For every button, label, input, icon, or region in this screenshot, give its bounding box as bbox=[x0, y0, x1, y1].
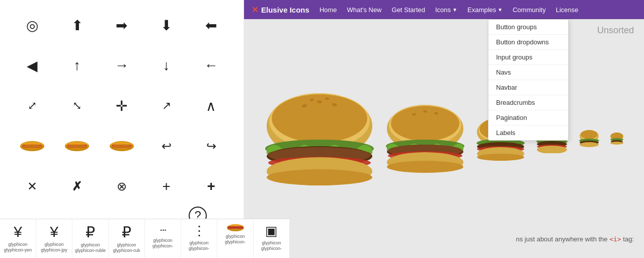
right-panel: ✕ Elusive Icons Home What's New Get Star… bbox=[244, 0, 644, 258]
svg-point-28 bbox=[267, 169, 372, 185]
dropdown-navbar[interactable]: Navbar bbox=[489, 80, 568, 95]
svg-point-61 bbox=[581, 130, 598, 139]
svg-point-69 bbox=[610, 142, 623, 145]
arrow-up-thin-icon[interactable]: ↑ bbox=[55, 45, 100, 86]
nav-examples[interactable]: Examples ▼ bbox=[467, 6, 503, 14]
dropdown-breadcrumbs[interactable]: Breadcrumbs bbox=[489, 95, 568, 110]
bottom-text-suffix: tag: bbox=[623, 235, 634, 243]
svg-point-33 bbox=[423, 110, 427, 113]
brand[interactable]: ✕ Elusive Icons bbox=[252, 5, 309, 15]
dropdown-pagination[interactable]: Pagination bbox=[489, 110, 568, 125]
icons-dropdown-arrow: ▼ bbox=[452, 7, 457, 13]
glyph-yen-item[interactable]: ¥ glyphicon glyphicon-yen bbox=[0, 219, 36, 258]
chevron-up-icon[interactable]: ∧ bbox=[189, 86, 233, 126]
nav-community[interactable]: Community bbox=[513, 6, 546, 14]
navbar: ✕ Elusive Icons Home What's New Get Star… bbox=[244, 0, 644, 19]
arrow-down-thin-icon[interactable]: ↓ bbox=[144, 45, 189, 86]
burger-showcase bbox=[244, 19, 644, 258]
nav-get-started[interactable]: Get Started bbox=[392, 6, 425, 14]
close-circle-icon[interactable]: ⊗ bbox=[100, 166, 144, 207]
close-thin-icon[interactable]: ✕ bbox=[10, 166, 55, 207]
bottom-text-prefix: ns just about anywhere with the bbox=[516, 235, 607, 243]
hotdog-1-icon[interactable] bbox=[10, 126, 55, 166]
arrow-right-filled-icon[interactable]: ➡ bbox=[100, 5, 144, 45]
dropdown-labels[interactable]: Labels bbox=[489, 125, 568, 140]
glyph-ruble-item[interactable]: ₽ glyphiconglyphicon-ruble bbox=[72, 219, 109, 258]
jpy-icon: ¥ bbox=[50, 223, 58, 240]
ruble-icon: ₽ bbox=[86, 223, 95, 241]
glyph-jpy-label: glyphiconglyphicon-jpy bbox=[41, 242, 67, 253]
svg-point-51 bbox=[477, 154, 524, 161]
brand-icon: ✕ bbox=[252, 5, 258, 15]
hotdog-glyph-icon bbox=[226, 223, 245, 232]
dropdown-button-dropdowns[interactable]: Button dropdowns bbox=[489, 35, 568, 50]
unsorted-label: Unsorted bbox=[597, 25, 634, 36]
glyph-dots-h-label: glyphiconglyphicon- bbox=[152, 238, 173, 249]
yen-icon: ¥ bbox=[14, 223, 22, 240]
glyph-square-item[interactable]: ▣ glyphiconglyphicon- bbox=[254, 219, 289, 258]
glyph-rub-label: glyphiconglyphicon-rub bbox=[113, 242, 140, 254]
arrow-right-thin-icon[interactable]: → bbox=[100, 45, 144, 86]
glyph-dots-h-item[interactable]: ··· glyphiconglyphicon- bbox=[145, 219, 181, 258]
move-icon[interactable]: ✛ bbox=[100, 86, 144, 126]
burger-micro bbox=[610, 133, 624, 145]
dots-h-icon: ··· bbox=[159, 223, 166, 236]
examples-dropdown-arrow: ▼ bbox=[498, 7, 503, 13]
hotdog-3-icon[interactable] bbox=[100, 126, 144, 166]
brand-name: Elusive Icons bbox=[261, 6, 309, 14]
glyph-jpy-item[interactable]: ¥ glyphiconglyphicon-jpy bbox=[36, 219, 72, 258]
circle-arrow-in-icon[interactable]: ↩ bbox=[144, 126, 189, 166]
arrow-up-filled-icon[interactable]: ⬆ bbox=[55, 5, 100, 45]
svg-rect-14 bbox=[228, 226, 243, 229]
plus-medium-icon[interactable]: + bbox=[189, 166, 233, 207]
glyph-rub-item[interactable]: ₽ glyphiconglyphicon-rub bbox=[109, 219, 145, 258]
glyph-square-label: glyphiconglyphicon- bbox=[261, 240, 282, 252]
glyph-strip: ¥ glyphicon glyphicon-yen ¥ glyphicongly… bbox=[0, 219, 289, 258]
arrow-left-filled2-icon[interactable]: ⬅ bbox=[189, 5, 233, 45]
circle-target-icon[interactable]: ◎ bbox=[10, 5, 55, 45]
svg-point-40 bbox=[387, 161, 463, 173]
svg-point-19 bbox=[317, 100, 322, 103]
caret-left-icon[interactable]: ◀ bbox=[10, 45, 55, 86]
glyph-dots-v-item[interactable]: ⋮ glyphiconglyphicon- bbox=[181, 219, 217, 258]
arrow-left-thin-icon[interactable]: ← bbox=[189, 45, 233, 86]
nav-license[interactable]: License bbox=[556, 6, 579, 14]
fullscreen-icon[interactable]: ⤡ bbox=[55, 86, 100, 126]
compress-icon[interactable]: ⤢ bbox=[10, 86, 55, 126]
dots-v-icon: ⋮ bbox=[193, 223, 206, 239]
burger-large bbox=[264, 91, 375, 186]
svg-point-7 bbox=[66, 144, 88, 150]
dropdown-button-groups[interactable]: Button groups bbox=[489, 20, 568, 35]
burger-medium bbox=[385, 103, 465, 174]
nav-whats-new[interactable]: What's New bbox=[347, 6, 382, 14]
resize-icon[interactable]: ↗ bbox=[144, 86, 189, 126]
arrow-down-filled-icon[interactable]: ⬇ bbox=[144, 5, 189, 45]
burger-mini bbox=[579, 130, 600, 148]
bottom-tag: <i> bbox=[609, 235, 621, 243]
examples-dropdown-menu: Button groups Button dropdowns Input gro… bbox=[488, 19, 569, 141]
glyph-hotdog-item[interactable]: glyphiconglyphicon- bbox=[217, 219, 254, 258]
glyph-hotdog-label: glyphiconglyphicon- bbox=[225, 234, 246, 245]
plus-thin-icon[interactable]: + bbox=[144, 166, 189, 207]
hotdog-2-icon[interactable] bbox=[55, 126, 100, 166]
circle-arrow-out-icon[interactable]: ↪ bbox=[189, 126, 233, 166]
glyph-dots-v-label: glyphiconglyphicon- bbox=[189, 240, 209, 252]
nav-icons[interactable]: Icons ▼ bbox=[435, 6, 457, 14]
svg-point-11 bbox=[111, 144, 133, 150]
glyph-ruble-label: glyphiconglyphicon-ruble bbox=[75, 242, 106, 254]
svg-point-64 bbox=[580, 142, 599, 147]
dropdown-navs[interactable]: Navs bbox=[489, 65, 568, 80]
svg-point-3 bbox=[21, 144, 43, 150]
close-medium-icon[interactable]: ✗ bbox=[55, 166, 100, 207]
glyph-yen-label: glyphicon glyphicon-yen bbox=[1, 242, 35, 253]
square-icon: ▣ bbox=[265, 223, 278, 239]
bottom-description: ns just about anywhere with the <i> tag: bbox=[516, 235, 634, 243]
rub-icon: ₽ bbox=[122, 223, 131, 241]
dropdown-input-groups[interactable]: Input groups bbox=[489, 50, 568, 65]
nav-home[interactable]: Home bbox=[319, 6, 337, 14]
